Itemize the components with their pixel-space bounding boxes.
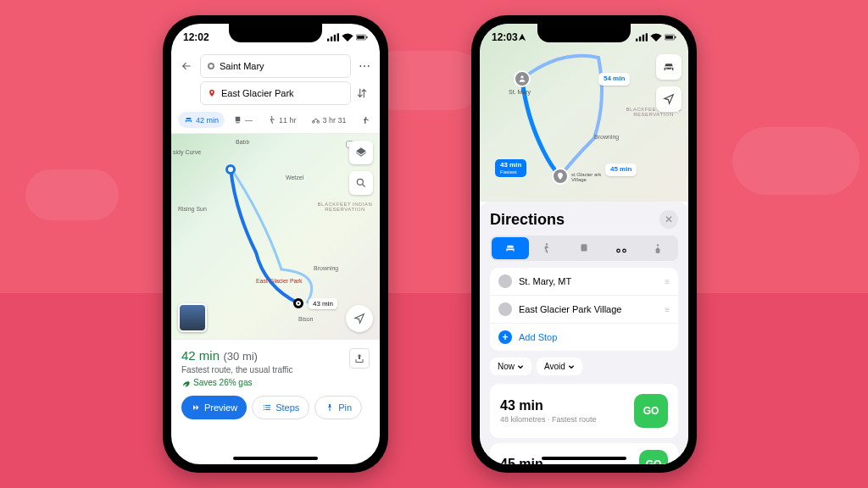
- list-icon: [262, 402, 272, 413]
- mode-walk[interactable]: [529, 237, 566, 259]
- route-card: 42 min (30 mi) Fastest route, the usual …: [171, 339, 380, 428]
- map-label: Wetzel: [286, 175, 303, 180]
- map-label: Bison: [298, 316, 314, 322]
- origin-pin[interactable]: [514, 70, 531, 87]
- reorder-handle-icon[interactable]: ≡: [665, 277, 670, 286]
- svg-point-24: [657, 244, 659, 246]
- origin-field[interactable]: Saint Mary: [200, 54, 351, 78]
- svg-rect-13: [639, 36, 641, 41]
- location-arrow-icon: [518, 33, 526, 42]
- route-duration: 43 min: [500, 398, 597, 413]
- route-duration: 45 min: [500, 457, 543, 464]
- stop-dot-icon: [498, 302, 512, 316]
- origin-dot-icon: [208, 63, 214, 69]
- directions-sheet: Directions ✕ St. Mary, MT ≡ East Glaci: [480, 202, 688, 464]
- svg-rect-15: [646, 33, 648, 41]
- recenter-button[interactable]: [346, 305, 373, 332]
- stop-destination[interactable]: East Glacier Park Village ≡: [490, 296, 678, 324]
- back-button[interactable]: [178, 58, 195, 75]
- svg-rect-18: [675, 36, 676, 38]
- signal-icon: [327, 33, 339, 42]
- svg-point-19: [520, 75, 523, 78]
- pin-icon: [556, 172, 565, 180]
- svg-rect-21: [581, 244, 587, 251]
- mode-bike[interactable]: 3 hr 31: [305, 112, 353, 128]
- mode-fab[interactable]: [656, 54, 682, 80]
- wifi-icon: [342, 33, 353, 42]
- swap-icon: [356, 87, 368, 99]
- phone-notch: [537, 24, 631, 42]
- steps-button[interactable]: Steps: [252, 396, 309, 419]
- svg-rect-2: [334, 35, 336, 42]
- eco-badge: Saves 26% gas: [181, 378, 370, 387]
- route-subtitle: 48 kilometres · Fastest route: [500, 415, 597, 424]
- destination-map-label: East Glacier Park: [256, 278, 302, 284]
- layers-button[interactable]: [349, 141, 373, 164]
- search-icon: [355, 177, 367, 189]
- location-arrow-icon: [663, 93, 675, 105]
- recenter-button[interactable]: [656, 86, 682, 112]
- svg-rect-0: [327, 39, 329, 42]
- transit-icon: [578, 242, 590, 254]
- go-button[interactable]: GO: [634, 394, 668, 428]
- home-indicator[interactable]: [233, 457, 318, 460]
- route-option[interactable]: 45 min GO: [490, 443, 678, 464]
- search-map-button[interactable]: [349, 171, 373, 195]
- pin-icon: [325, 402, 335, 413]
- home-indicator[interactable]: [542, 457, 626, 460]
- go-button[interactable]: GO: [639, 450, 668, 464]
- destination-marker[interactable]: [293, 298, 303, 308]
- svg-point-20: [546, 243, 548, 245]
- map-view[interactable]: Babb Wetzel Rising Sun Browning Bison si…: [171, 134, 380, 339]
- fastest-badge[interactable]: 43 min Fastest: [495, 159, 526, 177]
- wifi-icon: [650, 33, 662, 42]
- stop-dot-icon: [498, 274, 512, 288]
- travel-mode-tabs: 42 min — 11 hr 3 hr 31: [171, 108, 380, 134]
- status-time: 12:03: [492, 31, 518, 43]
- bike-icon: [615, 242, 627, 254]
- alt-time-badge[interactable]: 45 min: [605, 164, 637, 176]
- swap-button[interactable]: [356, 87, 373, 99]
- svg-point-11: [357, 179, 363, 185]
- car-icon: [504, 242, 516, 254]
- arrow-left-icon: [181, 60, 192, 72]
- destination-pin[interactable]: [552, 168, 569, 185]
- share-button[interactable]: [349, 348, 370, 369]
- mode-walk[interactable]: 11 hr: [261, 112, 303, 128]
- svg-rect-6: [366, 36, 367, 38]
- battery-icon: [665, 33, 676, 42]
- svg-rect-5: [357, 36, 364, 39]
- mode-rideshare[interactable]: [639, 237, 676, 259]
- mode-drive[interactable]: 42 min: [178, 112, 225, 128]
- mode-transit[interactable]: [565, 237, 603, 259]
- status-time: 12:02: [183, 31, 209, 43]
- add-stop-button[interactable]: + Add Stop: [490, 324, 678, 351]
- depart-time-button[interactable]: Now: [490, 358, 531, 375]
- bike-icon: [311, 115, 320, 125]
- reorder-handle-icon[interactable]: ≡: [665, 305, 670, 314]
- bg-wave: [0, 319, 868, 488]
- pin-button[interactable]: Pin: [314, 396, 362, 419]
- svg-point-23: [622, 249, 626, 252]
- streetview-thumbnail[interactable]: [178, 303, 207, 332]
- origin-marker[interactable]: [225, 164, 236, 175]
- mode-drive[interactable]: [492, 237, 529, 259]
- location-arrow-icon: [353, 313, 365, 324]
- more-button[interactable]: ⋯: [356, 59, 373, 73]
- preview-button[interactable]: Preview: [181, 396, 247, 419]
- route-option[interactable]: 43 min 48 kilometres · Fastest route GO: [490, 384, 678, 438]
- car-icon: [662, 60, 676, 74]
- chevron-down-icon: [517, 363, 524, 370]
- mode-bike[interactable]: [603, 237, 640, 259]
- avoid-options-button[interactable]: Avoid: [537, 358, 582, 375]
- alt-time-badge[interactable]: 54 min: [598, 73, 630, 86]
- walk-icon: [541, 242, 553, 254]
- chevrons-icon: [191, 402, 201, 413]
- close-button[interactable]: ✕: [659, 210, 678, 229]
- pin-label: St. Mary: [509, 89, 531, 95]
- mode-transit[interactable]: —: [227, 112, 259, 128]
- mode-rideshare[interactable]: [355, 112, 376, 128]
- bg-cloud: [732, 127, 860, 195]
- destination-field[interactable]: East Glacier Park: [200, 81, 351, 105]
- stop-origin[interactable]: St. Mary, MT ≡: [490, 268, 678, 296]
